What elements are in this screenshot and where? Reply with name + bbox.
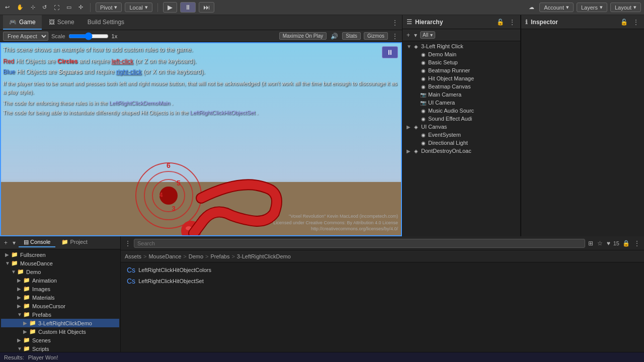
folder-item[interactable]: ▼📁Scripts — [1, 344, 119, 352]
tree-item[interactable]: ▼◈3-Left Right Click — [403, 42, 520, 50]
hierarchy-add-btn[interactable]: + — [406, 31, 411, 40]
layers-btn[interactable]: Layers ▾ — [577, 3, 607, 12]
scale-slider[interactable] — [68, 32, 109, 40]
rotate-btn[interactable]: ↺ — [40, 3, 49, 12]
tree-item[interactable]: ◉Hit Object Manage — [403, 74, 520, 82]
breadcrumb-item[interactable]: 3-LeftRightClickDemo — [237, 253, 291, 259]
down-btn[interactable]: ▾ — [11, 239, 18, 246]
tab-options-btn[interactable]: ⋮ — [391, 15, 399, 30]
folder-item[interactable]: ▼📁Demo — [1, 267, 119, 276]
tree-item[interactable]: ▶◈DontDestroyOnLoac — [403, 147, 520, 155]
step-btn[interactable]: ⏭ — [199, 2, 214, 13]
tree-item[interactable]: 📷Main Camera — [403, 90, 520, 99]
console-icon: ▤ — [24, 239, 29, 245]
tree-item[interactable]: ◉Beatmap Runner — [403, 66, 520, 74]
tree-item[interactable]: ◉Music Audio Sourc — [403, 107, 520, 115]
breadcrumb-item[interactable]: Assets — [125, 253, 141, 259]
overlay-line5-dot: . — [172, 100, 173, 106]
tree-icon: ◈ — [413, 147, 420, 154]
tree-item[interactable]: 📷UI Camera — [403, 99, 520, 107]
tab-build-settings[interactable]: Build Settings — [82, 15, 130, 30]
tree-icon: ◈ — [413, 43, 420, 50]
tree-item-label: Hit Object Manage — [428, 75, 474, 81]
inspector-lock-btn[interactable]: 🔓 — [619, 18, 629, 27]
local-btn[interactable]: Local ▾ — [125, 3, 152, 12]
svg-text:5: 5 — [177, 179, 181, 187]
tree-item[interactable]: ◉EventSystem — [403, 131, 520, 139]
hierarchy-down-btn[interactable]: ▾ — [413, 31, 418, 40]
project-file[interactable]: CsLeftRightClickHitObjectColors — [125, 264, 640, 276]
folder-item[interactable]: ▶📁3-LeftRightClickDemo — [1, 319, 119, 327]
pause-overlay-btn[interactable]: ⏸ — [382, 46, 398, 58]
tab-scene[interactable]: 🖼 Scene — [43, 15, 80, 30]
hand-btn[interactable]: ✋ — [15, 3, 26, 12]
project-fav-btn[interactable]: ♥ — [606, 239, 611, 248]
tree-icon: ◉ — [420, 51, 427, 58]
folder-item[interactable]: ▼📁MouseDance — [1, 259, 119, 267]
folder-item[interactable]: ▶📁Images — [1, 285, 119, 293]
breadcrumb-item[interactable]: MouseDance — [148, 253, 181, 259]
tree-item[interactable]: ◉Demo Main — [403, 50, 520, 58]
pivot-btn[interactable]: Pivot ▾ — [96, 3, 122, 12]
tab-console[interactable]: ▤ Console — [19, 238, 55, 247]
add-btn[interactable]: + — [2, 239, 10, 246]
tree-item[interactable]: ◉Directional Light — [403, 139, 520, 147]
tree-item[interactable]: ◉Sound Effect Audi — [403, 115, 520, 123]
hierarchy-options-btn[interactable]: ⋮ — [508, 18, 516, 27]
tree-icon: ◉ — [420, 75, 427, 82]
gizmos-btn[interactable]: Gizmos — [364, 32, 388, 40]
pause-btn[interactable]: ⏸ — [180, 2, 196, 13]
folder-label: Scripts — [32, 346, 49, 352]
inspector-options-btn[interactable]: ⋮ — [632, 18, 640, 27]
play-btn[interactable]: ▶ — [163, 2, 177, 13]
breadcrumb-item[interactable]: Demo — [189, 253, 203, 259]
tree-icon: ◉ — [420, 59, 427, 66]
folder-item[interactable]: ▶📁Custom Hit Objects — [1, 327, 119, 336]
cloud-btn[interactable]: ☁ — [527, 3, 536, 12]
project-lock-btn[interactable]: 🔒 — [621, 239, 631, 248]
folder-item[interactable]: ▶📁Animation — [1, 276, 119, 285]
hierarchy-all-btn[interactable]: All ▾ — [420, 31, 435, 39]
maximize-on-play-btn[interactable]: Maximize On Play — [279, 32, 327, 40]
scale-btn[interactable]: ⛶ — [52, 4, 61, 12]
project-file[interactable]: CsLeftRightClickHitObjectSet — [125, 276, 640, 287]
project-search-input[interactable] — [134, 239, 585, 248]
project-options-btn[interactable]: ⋮ — [124, 239, 132, 248]
free-aspect-select[interactable]: Free Aspect — [3, 32, 48, 41]
folder-icon: 📁 — [23, 294, 30, 301]
tab-project[interactable]: 📁 Project — [56, 238, 92, 247]
folder-item[interactable]: ▶📁Materials — [1, 293, 119, 302]
sep1 — [90, 3, 91, 12]
mute-btn[interactable]: 🔊 — [330, 32, 339, 41]
transform-btn[interactable]: ✢ — [76, 3, 85, 12]
credit-line1: "Voxel Revolution" Kevin MacLeod (incomp… — [273, 213, 398, 220]
account-btn[interactable]: Account ▾ — [539, 3, 574, 12]
undo-btn[interactable]: ↩ — [3, 3, 12, 12]
project-star-btn[interactable]: ☆ — [596, 239, 604, 248]
folder-icon: 📁 — [23, 277, 30, 284]
folder-item[interactable]: ▶📁Fullscreen — [1, 250, 119, 259]
folder-item[interactable]: ▶📁Scenes — [1, 336, 119, 344]
folder-arrow: ▼ — [17, 346, 23, 351]
tree-item[interactable]: ◉Beatmap Canvas — [403, 82, 520, 90]
tab-game[interactable]: 🎮 Game — [3, 15, 42, 30]
project-filter-btn[interactable]: ⊞ — [587, 239, 594, 248]
game-content[interactable]: 6 5 4 3 This scene shows an example of h… — [0, 42, 402, 236]
folder-item[interactable]: ▶📁MouseCursor — [1, 302, 119, 310]
folder-icon: 📁 — [29, 320, 36, 326]
hierarchy-lock-btn[interactable]: 🔓 — [496, 18, 505, 27]
tree-item[interactable]: ▶◈UI Canvas — [403, 123, 520, 131]
local-arrow: ▾ — [145, 4, 148, 11]
move-btn[interactable]: ⊹ — [29, 3, 37, 12]
tree-item[interactable]: ◉Basic Setup — [403, 58, 520, 66]
viewport-options-btn[interactable]: ⋮ — [391, 32, 399, 41]
tab-bar: 🎮 Game 🖼 Scene Build Settings ⋮ — [0, 15, 402, 30]
breadcrumb-item[interactable]: Prefabs — [211, 253, 230, 259]
folder-item[interactable]: ▼📁Prefabs — [1, 310, 119, 319]
rect-btn[interactable]: ▭ — [64, 3, 73, 12]
overlay-require2: and require — [84, 68, 116, 75]
layout-btn[interactable]: Layout ▾ — [610, 3, 641, 12]
stats-btn[interactable]: Stats — [342, 32, 361, 40]
overlay-line5: The code for enforcing these rules is in… — [3, 100, 109, 106]
project-dots-btn[interactable]: ⋮ — [633, 239, 641, 248]
